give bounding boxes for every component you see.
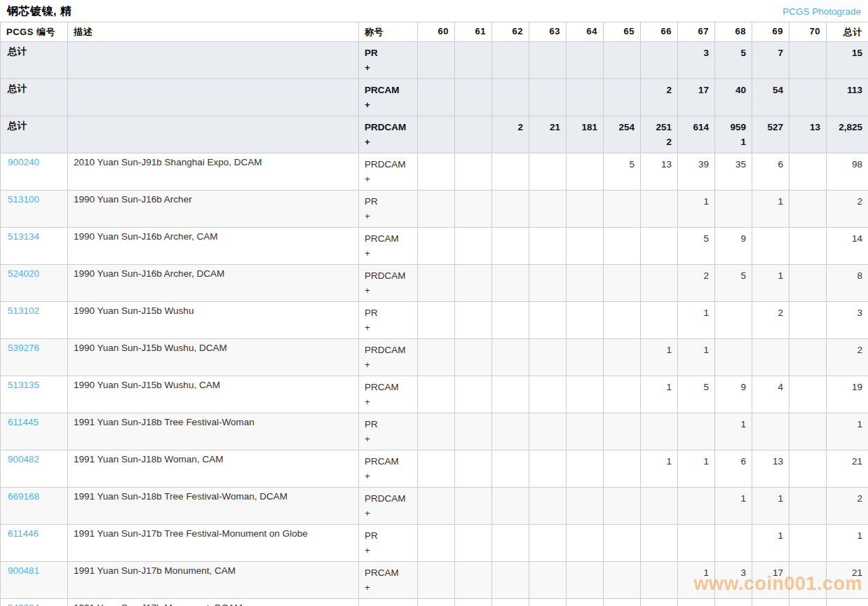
- grade-count: [795, 528, 820, 543]
- grade-count: [646, 305, 672, 320]
- designation-line1: PRDCAM: [365, 157, 412, 172]
- total-count: 113: [832, 83, 862, 97]
- grade-63-count-cell: [529, 413, 567, 450]
- pcgs-number-link[interactable]: 900482: [8, 454, 39, 464]
- grade-68-count-cell: [715, 339, 752, 376]
- pcgs-number-cell: 513135: [1, 376, 68, 413]
- description-cell: 1991 Yuan Sun-J17b Monument, DCAM: [68, 599, 359, 606]
- pcgs-photograde-link[interactable]: PCGS Photograde: [782, 6, 861, 17]
- grade-count: [498, 231, 523, 246]
- grade-64-count-cell: [567, 153, 604, 191]
- table-row: 9004821991 Yuan Sun-J18b Woman, CAMPRCAM…: [1, 450, 868, 488]
- grade-count: 1: [646, 454, 672, 469]
- grade-60-count-cell: [418, 42, 455, 79]
- grade-count: [535, 231, 560, 246]
- designation-line1: PRCAM: [365, 454, 412, 469]
- designation-cell: PRCAM+: [359, 79, 418, 116]
- grade-count: [609, 305, 635, 320]
- pcgs-number-link[interactable]: 669168: [8, 491, 39, 502]
- grade-66-count-cell: [641, 525, 678, 562]
- pcgs-number-link[interactable]: 543284: [8, 602, 39, 606]
- grade-63-count-cell: [529, 42, 567, 79]
- pcgs-number-link[interactable]: 900481: [8, 565, 39, 576]
- designation-line2: +: [365, 135, 412, 149]
- grade-61-count-cell: [455, 42, 492, 79]
- grade-count: [609, 83, 635, 97]
- grade-64-count-cell: [567, 413, 604, 450]
- grade-63-count-cell: [529, 339, 567, 376]
- grade-68-count-cell: 40: [715, 79, 752, 116]
- grade-62-count-cell: [492, 302, 529, 339]
- description-cell: 2010 Yuan Sun-J91b Shanghai Expo, DCAM: [68, 153, 359, 191]
- grade-61-count-cell: [455, 265, 492, 302]
- col-header-total: 总计: [827, 22, 868, 42]
- designation-line2: +: [365, 506, 412, 521]
- col-header-grade-69: 69: [752, 22, 789, 42]
- col-header-description: 描述: [68, 22, 359, 42]
- grade-count: [795, 565, 820, 580]
- designation-line2: +: [365, 283, 412, 298]
- pcgs-number-link[interactable]: 513102: [8, 305, 39, 316]
- grade-count: [721, 343, 746, 357]
- designation-line1: PR: [365, 46, 412, 60]
- designation-cell: PRCAM+: [359, 450, 418, 488]
- table-row: 5131021990 Yuan Sun-J15b WushuPR+123: [1, 302, 868, 339]
- grade-65-count-cell: [604, 562, 641, 599]
- pcgs-number-link[interactable]: 513134: [8, 231, 39, 242]
- grade-63-count-cell: [529, 302, 567, 339]
- grade-count: [795, 454, 820, 469]
- total-count-cell: 2,825: [827, 116, 868, 153]
- grade-66-count-cell: 2512: [641, 116, 678, 153]
- grade-60-count-cell: [418, 265, 455, 302]
- total-count: 2: [832, 343, 862, 357]
- table-row: 5131001990 Yuan Sun-J16b ArcherPR+112: [1, 191, 868, 228]
- designation-cell: PRDCAM+: [359, 339, 418, 376]
- grade-count: [423, 565, 449, 580]
- pcgs-number-link[interactable]: 513135: [8, 380, 39, 390]
- pcgs-number-link[interactable]: 513100: [8, 194, 39, 205]
- grade-70-count-cell: [789, 42, 827, 79]
- grade-63-count-cell: [529, 153, 567, 191]
- total-count: 15: [832, 46, 862, 60]
- grade-63-count-cell: 21: [529, 116, 567, 153]
- grade-69-count-cell: 17: [752, 562, 789, 599]
- grade-70-count-cell: [789, 339, 827, 376]
- pcgs-number-link[interactable]: 611446: [8, 528, 39, 539]
- grade-count: [572, 83, 597, 97]
- grade-70-count-cell: [789, 488, 827, 525]
- grade-67-count-cell: 1: [678, 302, 715, 339]
- pcgs-number-link[interactable]: 539276: [8, 343, 39, 353]
- total-count-cell: 1: [827, 525, 868, 562]
- table-row: 5240201990 Yuan Sun-J16b Archer, DCAMPRD…: [1, 265, 868, 302]
- grade-count: [535, 83, 560, 97]
- summary-row: 总计PRCAM+2174054113: [1, 79, 868, 116]
- grade-62-count-cell: [492, 562, 529, 599]
- grade-count: [461, 305, 486, 320]
- pcgs-number-link[interactable]: 524020: [8, 268, 39, 279]
- grade-61-count-cell: [455, 302, 492, 339]
- grade-count: [535, 602, 560, 606]
- grade-count: [646, 491, 672, 506]
- grade-60-count-cell: [418, 562, 455, 599]
- grade-count: [461, 231, 486, 246]
- total-count: 8: [832, 268, 862, 283]
- summary-row: 总计PR+35715: [1, 42, 868, 79]
- grade-64-count-cell: [567, 599, 604, 606]
- grade-63-count-cell: [529, 228, 567, 265]
- grade-69-count-cell: 13: [752, 450, 789, 488]
- grade-69-count-cell: 6: [752, 153, 789, 191]
- grade-count: [795, 194, 820, 209]
- grade-69-count-cell: [752, 228, 789, 265]
- pcgs-number-link[interactable]: 611445: [8, 417, 39, 427]
- grade-68-count-cell: 9: [715, 376, 752, 413]
- grade-61-count-cell: [455, 339, 492, 376]
- total-label: 总计: [8, 83, 27, 94]
- grade-count: [646, 46, 672, 60]
- grade-66-count-cell: 1: [641, 339, 678, 376]
- grade-65-count-cell: [604, 488, 641, 525]
- pcgs-number-link[interactable]: 900240: [8, 157, 39, 167]
- grade-67-count-cell: 1: [678, 450, 715, 488]
- grade-70-count-cell: [789, 413, 827, 450]
- grade-62-count-cell: [492, 228, 529, 265]
- grade-count: [684, 491, 709, 506]
